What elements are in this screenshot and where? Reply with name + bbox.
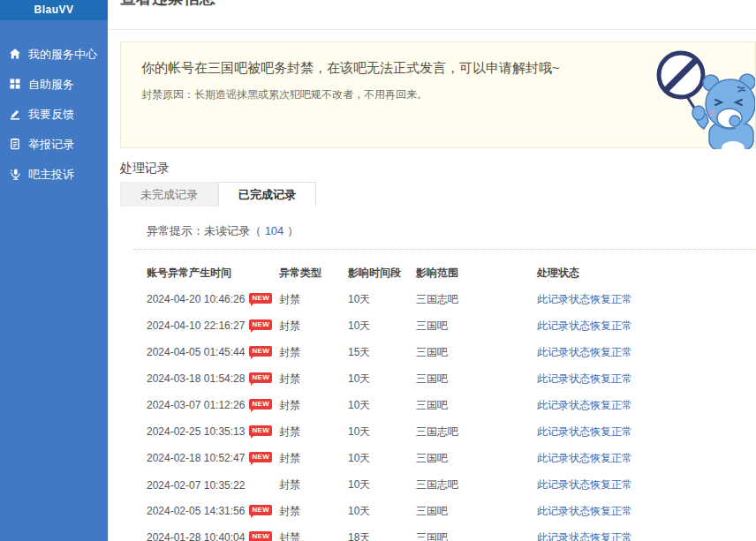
cell-time: 2024-02-07 10:35:22 — [147, 472, 279, 499]
cell-duration: 10天 — [348, 419, 416, 446]
unread-count: 104 — [265, 224, 284, 237]
cell-status: 此记录状态恢复正常 — [537, 287, 730, 313]
cell-status: 此记录状态恢复正常 — [537, 419, 730, 446]
record-time: 2024-02-07 10:35:22 — [147, 479, 245, 492]
unread-hint-suffix: ） — [284, 224, 299, 237]
cell-type: 封禁 — [279, 366, 348, 393]
cell-time: 2024-04-20 10:46:26NEW — [147, 287, 279, 313]
record-time: 2024-03-07 01:12:26 — [147, 399, 245, 411]
record-status-link[interactable]: 此记录状态恢复正常 — [537, 372, 632, 385]
record-status-link[interactable]: 此记录状态恢复正常 — [537, 478, 632, 491]
table-row: 2024-02-05 14:31:56NEW封禁10天三国吧此记录状态恢复正常 — [147, 499, 730, 525]
cell-type: 封禁 — [279, 340, 348, 366]
tab-unfinished[interactable]: 未完成记录 — [120, 182, 218, 207]
cell-time: 2024-02-25 10:35:13NEW — [147, 419, 279, 446]
dotted-divider — [133, 249, 756, 250]
record-status-link[interactable]: 此记录状态恢复正常 — [537, 452, 632, 464]
sidebar-item-self-service[interactable]: 自助服务 — [0, 70, 108, 100]
cell-scope: 三国吧 — [416, 393, 537, 419]
header-divider — [108, 29, 756, 30]
main-content: 查看违禁信息 你的帐号在三国吧被吧务封禁，在该吧无法正式发言，可以申请解封哦~ … — [108, 0, 756, 541]
new-badge: NEW — [249, 319, 272, 330]
ban-notice-box: 你的帐号在三国吧被吧务封禁，在该吧无法正式发言，可以申请解封哦~ 封禁原因：长期… — [120, 41, 756, 148]
sidebar-item-service-center[interactable]: 我的服务中心 — [0, 40, 108, 70]
record-status-link[interactable]: 此记录状态恢复正常 — [537, 399, 632, 411]
cell-scope: 三国吧 — [416, 366, 537, 393]
cell-type: 封禁 — [279, 419, 348, 446]
record-status-link[interactable]: 此记录状态恢复正常 — [537, 319, 632, 332]
record-status-link[interactable]: 此记录状态恢复正常 — [537, 505, 632, 517]
record-status-link[interactable]: 此记录状态恢复正常 — [537, 425, 632, 438]
page-title: 查看违禁信息 — [120, 0, 215, 9]
tab-finished[interactable]: 已完成记录 — [218, 182, 316, 207]
records-table: 账号异常产生时间异常类型影响时间段影响范围处理状态 2024-04-20 10:… — [147, 252, 730, 541]
sidebar-item-label: 举报记录 — [28, 137, 74, 153]
cell-scope: 三国吧 — [416, 525, 537, 541]
cell-status: 此记录状态恢复正常 — [537, 393, 730, 419]
table-row: 2024-04-10 22:16:27NEW封禁10天三国吧此记录状态恢复正常 — [147, 313, 730, 340]
sidebar-item-moderator-complaint[interactable]: 吧主投诉 — [0, 160, 108, 190]
tab-panel: 异常提示：未读记录（ 104 ） 账号异常产生时间异常类型影响时间段影响范围处理… — [108, 207, 756, 541]
cell-status: 此记录状态恢复正常 — [537, 366, 730, 393]
cell-time: 2024-02-05 14:31:56NEW — [147, 499, 279, 525]
record-time: 2024-04-10 22:16:27 — [147, 319, 245, 332]
home-icon — [9, 48, 21, 63]
column-header: 异常类型 — [279, 252, 348, 287]
record-time: 2024-02-05 14:31:56 — [147, 505, 245, 517]
section-title: 处理记录 — [120, 161, 170, 177]
table-row: 2024-03-07 01:12:26NEW封禁10天三国吧此记录状态恢复正常 — [147, 393, 730, 419]
unread-hint: 异常提示：未读记录（ 104 ） — [147, 223, 756, 239]
table-row: 2024-02-07 10:35:22封禁10天三国志吧此记录状态恢复正常 — [147, 472, 730, 499]
grid-icon — [9, 78, 21, 93]
ban-reason-text: 封禁原因：长期造谣抹黑或累次犯吧规不改者，不用再回来。 — [141, 87, 755, 102]
record-time: 2024-03-18 01:54:28 — [147, 372, 245, 385]
cell-scope: 三国志吧 — [416, 472, 537, 499]
cell-time: 2024-01-28 10:40:04NEW — [147, 525, 279, 541]
sidebar-item-feedback[interactable]: 我要反馈 — [0, 100, 108, 130]
cell-duration: 10天 — [348, 472, 416, 499]
cell-status: 此记录状态恢复正常 — [537, 313, 730, 340]
clipboard-icon — [9, 138, 21, 153]
record-status-link[interactable]: 此记录状态恢复正常 — [537, 293, 632, 305]
cell-duration: 10天 — [348, 287, 416, 313]
sidebar-item-label: 我的服务中心 — [28, 47, 97, 63]
cell-time: 2024-02-18 10:52:47NEW — [147, 446, 279, 472]
cell-duration: 10天 — [348, 499, 416, 525]
cell-type: 封禁 — [279, 393, 348, 419]
record-status-link[interactable]: 此记录状态恢复正常 — [537, 531, 632, 541]
cell-type: 封禁 — [279, 446, 348, 472]
table-row: 2024-02-25 10:35:13NEW封禁10天三国志吧此记录状态恢复正常 — [147, 419, 730, 446]
cell-status: 此记录状态恢复正常 — [537, 525, 730, 541]
megaphone-icon — [9, 168, 21, 183]
table-row: 2024-03-18 01:54:28NEW封禁10天三国吧此记录状态恢复正常 — [147, 366, 730, 393]
sidebar-item-label: 自助服务 — [28, 77, 74, 93]
cell-status: 此记录状态恢复正常 — [537, 472, 730, 499]
cell-duration: 18天 — [348, 525, 416, 541]
new-badge: NEW — [249, 505, 272, 515]
new-badge: NEW — [249, 452, 272, 462]
cell-time: 2024-04-10 22:16:27NEW — [147, 313, 279, 340]
cell-scope: 三国志吧 — [416, 287, 537, 313]
table-row: 2024-01-28 10:40:04NEW封禁18天三国吧此记录状态恢复正常 — [147, 525, 730, 541]
new-badge: NEW — [249, 293, 272, 304]
record-time: 2024-04-05 01:45:44 — [147, 346, 245, 358]
cell-scope: 三国吧 — [416, 340, 537, 366]
sidebar-item-report-records[interactable]: 举报记录 — [0, 130, 108, 160]
cell-time: 2024-03-18 01:54:28NEW — [147, 366, 279, 393]
record-time: 2024-02-25 10:35:13 — [147, 425, 245, 438]
table-row: 2024-02-18 10:52:47NEW封禁10天三国吧此记录状态恢复正常 — [147, 446, 730, 472]
column-header: 账号异常产生时间 — [147, 252, 279, 287]
cell-type: 封禁 — [279, 313, 348, 340]
cell-status: 此记录状态恢复正常 — [537, 446, 730, 472]
new-badge: NEW — [249, 346, 272, 357]
sidebar-item-label: 吧主投诉 — [28, 167, 74, 183]
table-row: 2024-04-20 10:46:26NEW封禁10天三国志吧此记录状态恢复正常 — [147, 287, 730, 313]
cell-time: 2024-03-07 01:12:26NEW — [147, 393, 279, 419]
new-badge: NEW — [249, 425, 272, 436]
new-badge: NEW — [249, 372, 272, 383]
column-header: 处理状态 — [537, 252, 730, 287]
cell-type: 封禁 — [279, 287, 348, 313]
cell-duration: 15天 — [348, 340, 416, 366]
record-status-link[interactable]: 此记录状态恢复正常 — [537, 346, 632, 358]
brand-logo: BlauVV — [0, 0, 108, 20]
